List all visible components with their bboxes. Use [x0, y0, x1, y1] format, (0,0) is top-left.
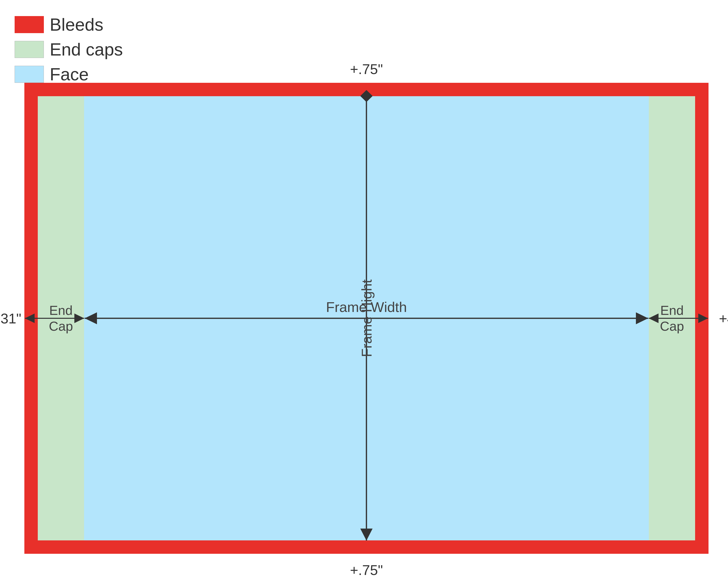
frame-width-label: Frame Width [326, 299, 407, 315]
legend: Bleeds End caps Face [15, 15, 123, 84]
legend-item-endcaps: End caps [15, 39, 123, 59]
dim-right-label: +4.31" [719, 310, 728, 326]
end-cap-left-label: EndCap [49, 302, 73, 334]
dim-top-label: +.75" [350, 61, 383, 77]
end-cap-right: EndCap [649, 96, 695, 540]
legend-item-bleeds: Bleeds [15, 15, 123, 34]
endcaps-swatch [15, 41, 44, 58]
end-cap-right-label: EndCap [660, 302, 684, 334]
bleeds-label: Bleeds [50, 15, 103, 34]
frame-height-label: Frame Hight [358, 279, 375, 357]
bleeds-swatch [15, 16, 44, 33]
legend-item-face: Face [15, 64, 123, 84]
bleeds-box: EndCap EndCap [24, 83, 708, 554]
dim-left-label: +4.31" [0, 310, 21, 326]
face-swatch [15, 66, 44, 83]
dim-bottom-label: +.75" [350, 562, 383, 578]
endcaps-label: End caps [50, 39, 123, 59]
face-label: Face [50, 64, 89, 84]
end-cap-left: EndCap [38, 96, 84, 540]
diagram-area: +.75" +.75" +4.31" +4.31" EndCap EndCap [24, 83, 708, 554]
